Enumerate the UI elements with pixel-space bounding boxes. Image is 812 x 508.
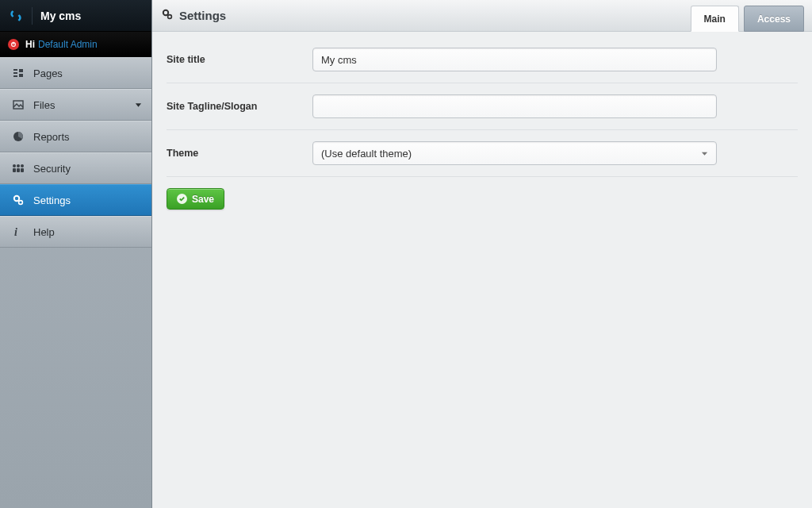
svg-rect-4 — [13, 75, 17, 77]
actions: Save — [167, 177, 798, 210]
sidebar-item-label: Files — [33, 99, 55, 111]
svg-point-12 — [17, 164, 20, 167]
svg-text:i: i — [14, 226, 17, 237]
greeting-bar: Hi Default Admin — [0, 32, 151, 57]
sidebar-item-label: Help — [33, 226, 55, 238]
sidebar-item-security[interactable]: Security — [0, 152, 151, 184]
sidebar-item-settings[interactable]: Settings — [0, 184, 151, 216]
svg-rect-3 — [13, 72, 17, 74]
chevron-down-icon — [135, 99, 142, 111]
greeting-hi: Hi — [25, 39, 35, 50]
theme-select-value: (Use default theme) — [321, 148, 412, 160]
svg-point-16 — [14, 196, 19, 201]
svg-marker-21 — [702, 152, 707, 155]
tab-label: Main — [704, 13, 726, 25]
brand-title: My cms — [40, 10, 81, 22]
check-icon — [177, 194, 187, 204]
tagline-input[interactable] — [312, 94, 717, 118]
sidebar-item-files[interactable]: Files — [0, 89, 151, 121]
security-icon — [11, 163, 25, 174]
branding: My cms — [0, 0, 151, 32]
branding-divider — [32, 7, 33, 25]
svg-rect-15 — [21, 168, 24, 172]
tab-label: Access — [757, 13, 791, 25]
save-button-label: Save — [192, 194, 214, 205]
greeting-user-link[interactable]: Default Admin — [38, 39, 98, 50]
sidebar-item-label: Security — [33, 163, 71, 175]
row-tagline: Site Tagline/Slogan — [167, 83, 798, 130]
tab-main[interactable]: Main — [691, 6, 739, 32]
main: Settings Main Access Site title Site Tag… — [152, 0, 812, 508]
power-icon[interactable] — [8, 39, 19, 50]
sidebar-item-label: Reports — [33, 131, 70, 143]
help-icon: i — [11, 226, 25, 237]
tabs: Main Access — [691, 6, 812, 32]
sidebar-item-pages[interactable]: Pages — [0, 57, 151, 89]
svg-rect-13 — [17, 168, 20, 172]
sidebar-item-help[interactable]: i Help — [0, 216, 151, 248]
settings-icon — [11, 194, 25, 206]
svg-rect-6 — [19, 74, 23, 77]
svg-point-10 — [13, 164, 16, 167]
svg-rect-2 — [13, 69, 17, 71]
pages-icon — [11, 67, 25, 79]
svg-rect-7 — [13, 101, 23, 109]
sidebar-item-label: Pages — [33, 67, 63, 79]
theme-select[interactable]: (Use default theme) — [312, 141, 717, 165]
svg-marker-8 — [136, 103, 141, 107]
site-title-input[interactable] — [312, 48, 717, 71]
topbar: Settings Main Access — [152, 0, 812, 32]
label-site-title: Site title — [167, 54, 312, 65]
files-icon — [11, 99, 25, 110]
page-title: Settings — [179, 9, 226, 22]
save-button[interactable]: Save — [167, 188, 224, 210]
sidebar-item-reports[interactable]: Reports — [0, 121, 151, 152]
label-tagline: Site Tagline/Slogan — [167, 101, 312, 112]
content: Site title Site Tagline/Slogan Theme (Us… — [152, 32, 812, 508]
row-site-title: Site title — [167, 43, 798, 83]
logo-icon — [8, 8, 24, 24]
chevron-down-icon — [701, 148, 708, 160]
row-theme: Theme (Use default theme) — [167, 130, 798, 177]
sidebar: My cms Hi Default Admin Pages Files — [0, 0, 152, 508]
svg-rect-11 — [13, 168, 16, 172]
tab-access[interactable]: Access — [744, 6, 804, 32]
label-theme: Theme — [167, 148, 312, 159]
reports-icon — [11, 131, 25, 142]
svg-point-14 — [21, 164, 24, 167]
svg-point-20 — [168, 15, 172, 19]
svg-rect-5 — [19, 69, 23, 72]
svg-point-19 — [163, 10, 168, 15]
svg-point-17 — [19, 201, 23, 205]
sidebar-item-label: Settings — [33, 194, 71, 206]
sidebar-nav: Pages Files Reports — [0, 57, 151, 508]
settings-icon — [162, 9, 173, 22]
